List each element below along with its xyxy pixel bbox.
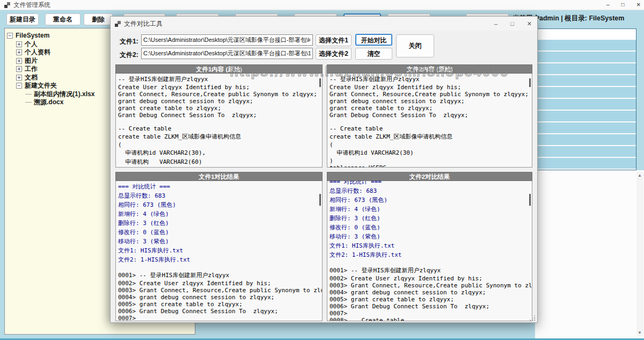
text-line [118, 119, 322, 125]
text-line: 0002> Create User zlqyyx Identified by h… [118, 280, 322, 287]
file2-content-header: 文件2内容 (原始) [327, 64, 532, 74]
scroll-down-icon[interactable]: ▼ [638, 330, 642, 335]
table-row[interactable] [536, 122, 636, 134]
table-row[interactable] [536, 134, 636, 146]
tree-item-label: FileSystem [16, 32, 49, 40]
panel-lines: -- 登录HIS库创建新用户zlqyyxCreate User zlqyyx I… [118, 75, 322, 167]
file-list-header-row [536, 29, 636, 40]
text-line: grant create table to zlqyyx; [330, 105, 532, 112]
text-line: -- Create table [330, 125, 532, 132]
text-line: 文件2: 1-HIS库执行.txt [118, 255, 322, 264]
text-line: -- Create table [118, 125, 322, 132]
table-row[interactable] [536, 87, 636, 99]
text-line: grant debug connect session to zlqyyx; [330, 98, 532, 105]
new-directory-button[interactable]: 新建目录 [6, 13, 39, 25]
text-line: -- 登录HIS库创建新用户zlqyyx [330, 75, 532, 84]
text-line: Grant Debug Connect Session To zlqyyx; [118, 112, 322, 119]
text-line: 相同行: 673 (黑色) [118, 200, 322, 209]
table-row[interactable] [536, 52, 636, 63]
text-line: 申请机构id VARCHAR2(30), [118, 148, 322, 157]
text-line: grant debug connect session to zlqyyx; [118, 98, 322, 105]
minimize-icon[interactable]: – [606, 0, 610, 10]
maximize-icon[interactable]: □ [621, 0, 625, 10]
tree-item-label: 图片 [25, 57, 38, 66]
file1-path-input[interactable] [141, 34, 313, 46]
dialog-minimize-icon[interactable]: – [494, 17, 497, 31]
select-file1-button[interactable]: 选择文件1 [316, 34, 352, 46]
tree-item-label: 副本组内情况(1).xlsx [34, 90, 94, 99]
file2-path-input[interactable] [141, 48, 313, 59]
panel-lines: -- 登录HIS库创建新用户zlqyyxCreate User zlqyyx I… [330, 75, 532, 168]
text-line: 删除行: 3 (红色) [118, 219, 322, 228]
dialog-titlebar: 文件对比工具 – □ ✕ [111, 17, 537, 31]
file-list-table[interactable] [535, 28, 636, 170]
text-line: 0006> Grant Debug Connect Session To zlq… [118, 308, 322, 315]
file1-result-header: 文件1对比结果 [115, 172, 323, 181]
text-line: 新增行: 4 (绿色) [118, 209, 322, 219]
text-line [118, 264, 322, 271]
file2-label: 文件2: [120, 50, 138, 60]
text-line: ( [118, 141, 322, 148]
close-icon[interactable]: ✕ [636, 0, 641, 10]
file1-content-text[interactable]: -- 登录HIS库创建新用户zlqyyxCreate User zlqyyx I… [115, 74, 323, 168]
text-line: 移动行: 3 (紫色) [330, 232, 532, 241]
text-line: === 对比统计 === [330, 181, 532, 186]
dialog-title: 文件对比工具 [124, 19, 163, 28]
table-row[interactable] [536, 111, 636, 122]
text-line: 新增行: 4 (绿色) [330, 205, 532, 214]
close-dialog-button[interactable]: 关闭 [396, 34, 434, 57]
table-row[interactable] [536, 158, 636, 170]
tree-item-label: 文档 [25, 74, 38, 82]
text-line: 0001> -- 登录HIS库创建新用户zlqyyx [118, 271, 322, 280]
tree-item-label: 溯源.docx [34, 98, 63, 107]
file2-result-header: 文件2对比结果 [327, 172, 532, 181]
text-line: 文件1: HIS库执行.txt [330, 241, 532, 250]
text-line: 0006> Grant Debug Connect Session To zlq… [330, 303, 532, 310]
delete-button[interactable]: 删除 [84, 13, 113, 25]
start-compare-button[interactable]: 开始对比 [355, 34, 392, 46]
tree-item-label: 新建文件夹 [25, 82, 57, 90]
dialog-close-icon[interactable]: ✕ [527, 17, 532, 31]
expand-icon[interactable]: + [16, 41, 22, 47]
expand-icon[interactable]: + [16, 49, 22, 55]
table-row[interactable] [536, 146, 636, 158]
status-user-root: admin | 根目录: FileSystem [539, 14, 624, 23]
text-line: 0007> [118, 315, 322, 321]
collapse-icon[interactable]: − [16, 83, 22, 89]
app-icon [4, 2, 10, 8]
expand-icon[interactable]: + [16, 75, 22, 81]
text-line: 总显示行数: 683 [118, 191, 322, 200]
vertical-scrollbar[interactable]: ▲ ▼ [636, 172, 643, 336]
resize-grip[interactable] [529, 314, 535, 321]
file2-result-text[interactable]: === 对比统计 ===总显示行数: 683相同行: 673 (黑色)新增行: … [327, 181, 532, 321]
text-line: 移动行: 3 (紫色) [118, 237, 322, 246]
scroll-up-icon[interactable]: ▲ [638, 173, 642, 178]
select-file2-button[interactable]: 选择文件2 [316, 48, 352, 60]
text-line: tablespace USERS [330, 164, 532, 168]
file1-result-text[interactable]: === 对比统计 ===总显示行数: 683相同行: 673 (黑色)新增行: … [115, 181, 323, 321]
table-row[interactable] [536, 63, 636, 75]
text-line: 0003> Grant Connect, Resource,Create pub… [118, 287, 322, 294]
expand-icon[interactable]: + [16, 66, 22, 72]
text-line: Grant Debug Connect Session To zlqyyx; [330, 112, 532, 119]
expand-icon[interactable]: + [16, 58, 22, 64]
text-line: 修改行: 0 (蓝色) [118, 228, 322, 237]
text-line: Grant Connect, Resource,Create public Sy… [330, 91, 532, 98]
collapse-icon[interactable]: − [7, 33, 13, 39]
rename-button[interactable]: 重命名 [45, 13, 80, 25]
tree-item-label: 个人资料 [25, 48, 50, 57]
table-row[interactable] [536, 40, 636, 52]
text-line: ) [330, 157, 532, 164]
text-line [330, 119, 532, 125]
text-line: 文件1: HIS库执行.txt [118, 246, 322, 255]
text-line: 修改行: 0 (蓝色) [330, 223, 532, 232]
text-line: 申请机构 VARCHAR2(60) [118, 157, 322, 167]
text-line: 0008> -- Create table [330, 317, 532, 321]
text-line: ( [330, 141, 532, 148]
clear-button[interactable]: 清空 [355, 48, 392, 60]
file2-content-text[interactable]: -- 登录HIS库创建新用户zlqyyxCreate User zlqyyx I… [327, 74, 532, 168]
table-row[interactable] [536, 99, 636, 111]
dialog-maximize-icon[interactable]: □ [510, 17, 514, 31]
table-row[interactable] [536, 75, 636, 87]
text-line: 0005> grant create table to zlqyyx; [330, 296, 532, 303]
